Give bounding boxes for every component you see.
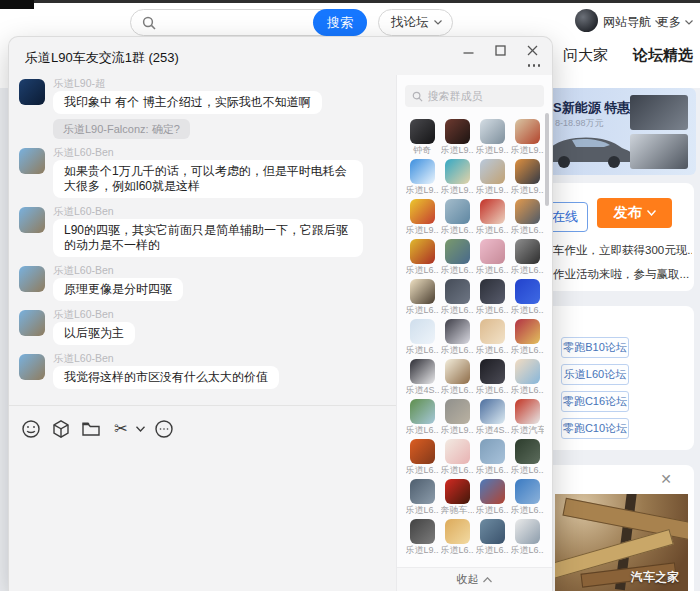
forum-tag-button[interactable]: 乐道L60论坛: [561, 364, 629, 385]
member-avatar[interactable]: [410, 279, 435, 304]
folder-icon[interactable]: [79, 417, 103, 441]
member-avatar[interactable]: [410, 239, 435, 264]
sender-avatar[interactable]: [19, 79, 45, 105]
member-avatar[interactable]: [480, 279, 505, 304]
member-item[interactable]: 奔驰车...: [441, 479, 474, 516]
member-avatar[interactable]: [515, 319, 540, 344]
member-item[interactable]: 乐道L6...: [441, 199, 474, 236]
member-item[interactable]: 乐道L6...: [511, 279, 544, 316]
member-item[interactable]: 乐道L6...: [441, 439, 474, 476]
minimize-icon[interactable]: [463, 45, 474, 56]
member-avatar[interactable]: [410, 199, 435, 224]
sender-avatar[interactable]: [19, 207, 45, 233]
member-avatar[interactable]: [515, 519, 540, 544]
maximize-icon[interactable]: [495, 45, 506, 56]
sender-avatar[interactable]: [19, 354, 45, 380]
member-avatar[interactable]: [515, 119, 540, 144]
member-avatar[interactable]: [515, 279, 540, 304]
sender-avatar[interactable]: [19, 266, 45, 292]
member-avatar[interactable]: [445, 519, 470, 544]
forum-tag-button[interactable]: 零跑B10论坛: [561, 337, 629, 358]
member-item[interactable]: 乐道L6...: [406, 439, 439, 476]
ad-image[interactable]: 汽车之家: [555, 494, 688, 591]
member-avatar[interactable]: [515, 479, 540, 504]
member-item[interactable]: 乐道L6...: [441, 239, 474, 276]
close-icon[interactable]: [527, 45, 538, 56]
member-item[interactable]: 乐道L6...: [476, 439, 509, 476]
member-item[interactable]: 乐道L6...: [441, 359, 474, 396]
member-item[interactable]: 钟奇: [406, 119, 439, 156]
member-item[interactable]: 乐道L6...: [476, 479, 509, 516]
member-avatar[interactable]: [410, 519, 435, 544]
member-scrollbar[interactable]: [545, 113, 549, 206]
member-item[interactable]: 乐道L6...: [476, 279, 509, 316]
member-avatar[interactable]: [410, 479, 435, 504]
tab-ask-everyone[interactable]: 问大家: [563, 46, 608, 65]
member-avatar[interactable]: [445, 359, 470, 384]
member-item[interactable]: 乐道L6...: [406, 479, 439, 516]
member-avatar[interactable]: [480, 159, 505, 184]
member-avatar[interactable]: [445, 119, 470, 144]
member-item[interactable]: 乐道L6...: [511, 439, 544, 476]
member-avatar[interactable]: [410, 119, 435, 144]
chevron-down-icon[interactable]: [134, 417, 146, 441]
find-forum-button[interactable]: 找论坛: [378, 9, 453, 36]
forum-tag-button[interactable]: 零跑C16论坛: [561, 391, 629, 412]
member-item[interactable]: 乐道L6...: [476, 239, 509, 276]
member-avatar[interactable]: [480, 199, 505, 224]
member-item[interactable]: 乐道L6...: [476, 199, 509, 236]
scissors-icon[interactable]: ✂: [109, 417, 133, 441]
member-item[interactable]: 乐道L6...: [476, 519, 509, 556]
member-avatar[interactable]: [480, 359, 505, 384]
more-options-icon[interactable]: [528, 64, 541, 67]
member-item[interactable]: 乐道L6...: [511, 319, 544, 356]
feed-link[interactable]: 作业活动来啦，参与赢取...: [553, 267, 692, 282]
member-item[interactable]: 乐道L9...: [441, 159, 474, 196]
member-avatar[interactable]: [480, 399, 505, 424]
emoji-icon[interactable]: [19, 417, 43, 441]
member-search-input[interactable]: [428, 90, 538, 102]
chat-history-icon[interactable]: [152, 417, 176, 441]
member-avatar[interactable]: [515, 239, 540, 264]
member-item[interactable]: 乐道L9...: [476, 159, 509, 196]
publish-button[interactable]: 发布: [597, 198, 672, 228]
search-button[interactable]: 搜索: [313, 9, 367, 36]
close-ad-icon[interactable]: ✕: [660, 471, 672, 487]
member-avatar[interactable]: [445, 439, 470, 464]
member-avatar[interactable]: [480, 319, 505, 344]
member-avatar[interactable]: [445, 319, 470, 344]
member-item[interactable]: 乐道L9...: [441, 399, 474, 436]
member-item[interactable]: 乐道L6...: [441, 319, 474, 356]
member-avatar[interactable]: [445, 279, 470, 304]
member-avatar[interactable]: [515, 359, 540, 384]
member-item[interactable]: 乐道L6...: [406, 319, 439, 356]
member-avatar[interactable]: [515, 399, 540, 424]
member-avatar[interactable]: [445, 199, 470, 224]
search-input[interactable]: [161, 11, 311, 34]
member-item[interactable]: 乐道L9...: [406, 519, 439, 556]
member-avatar[interactable]: [410, 439, 435, 464]
member-item[interactable]: 乐道L6...: [511, 359, 544, 396]
member-avatar[interactable]: [480, 239, 505, 264]
member-avatar[interactable]: [445, 399, 470, 424]
member-item[interactable]: 乐道L6...: [511, 199, 544, 236]
member-item[interactable]: 乐道L6...: [511, 239, 544, 276]
forum-tag-button[interactable]: 零跑C10论坛: [561, 418, 629, 439]
member-item[interactable]: 乐道汽车: [511, 399, 544, 436]
member-item[interactable]: 乐道4S...: [406, 359, 439, 396]
cube-icon[interactable]: [49, 417, 73, 441]
member-avatar[interactable]: [445, 479, 470, 504]
collapse-button[interactable]: 收起: [397, 567, 552, 591]
member-item[interactable]: 乐道4S...: [476, 399, 509, 436]
member-item[interactable]: 乐道L9...: [476, 119, 509, 156]
member-item[interactable]: 乐道L6...: [511, 479, 544, 516]
more-dropdown[interactable]: 更多: [657, 14, 693, 31]
member-item[interactable]: 乐道L6...: [476, 359, 509, 396]
tab-forum-featured[interactable]: 论坛精选: [633, 46, 693, 65]
member-item[interactable]: 乐道L6...: [406, 279, 439, 316]
sender-avatar[interactable]: [19, 148, 45, 174]
member-item[interactable]: 乐道L6...: [406, 239, 439, 276]
member-avatar[interactable]: [515, 439, 540, 464]
member-item[interactable]: 乐道L6...: [441, 519, 474, 556]
member-avatar[interactable]: [410, 359, 435, 384]
